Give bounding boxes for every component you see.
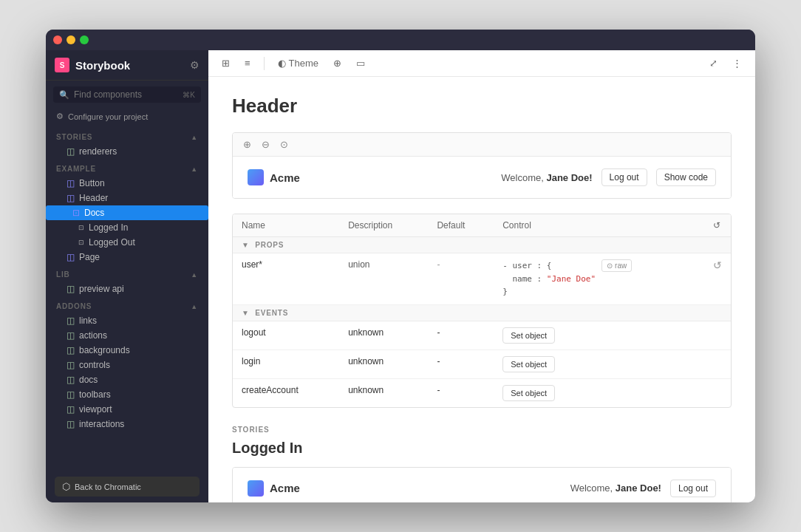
stories-logout-button[interactable]: Log out bbox=[670, 480, 716, 497]
theme-button[interactable]: ◐ Theme bbox=[273, 55, 323, 71]
prop-control-cell: Set object bbox=[494, 378, 704, 407]
col-name: Name bbox=[233, 214, 339, 237]
prop-control-cell: Set object bbox=[494, 321, 704, 349]
folder-icon: ◫ bbox=[67, 389, 75, 400]
props-chevron-icon[interactable]: ▼ bbox=[242, 241, 250, 249]
title-bar bbox=[46, 30, 755, 50]
sidebar-item-page[interactable]: ◫ Page bbox=[46, 250, 208, 265]
prop-default-cell: - bbox=[428, 321, 494, 349]
table-row: user* union - bbox=[233, 253, 731, 305]
prop-name-cell: createAccount bbox=[233, 378, 339, 407]
sidebar-item-controls[interactable]: ◫ controls bbox=[46, 358, 208, 372]
sidebar-item-logged-out[interactable]: ⊡ Logged Out bbox=[46, 235, 208, 250]
col-description: Description bbox=[339, 214, 428, 237]
code-value: - user : { name : "Jane Doe" } bbox=[502, 259, 596, 299]
sidebar-item-interactions[interactable]: ◫ interactions bbox=[46, 417, 208, 432]
props-table: Name Description Default Control ↺ bbox=[233, 214, 731, 407]
sidebar-header: S Storybook ⚙ bbox=[46, 50, 208, 81]
reset-cell bbox=[704, 349, 731, 378]
sidebar-item-links[interactable]: ◫ links bbox=[46, 313, 208, 328]
raw-button[interactable]: ⊙ raw bbox=[601, 259, 632, 272]
prop-description-cell: unknown bbox=[339, 321, 428, 349]
table-row: logout unknown - Set object bbox=[233, 321, 731, 349]
sidebar-section-stories: STORIES ▲ bbox=[46, 127, 208, 144]
expand-button[interactable]: ⤢ bbox=[705, 55, 722, 71]
preview-nav: Welcome, Jane Doe! Log out Show code bbox=[501, 168, 716, 186]
logout-button[interactable]: Log out bbox=[601, 168, 647, 186]
prop-default-cell: - bbox=[428, 253, 494, 305]
raw-icon: ⊙ bbox=[607, 262, 613, 270]
sidebar-item-docs-addon[interactable]: ◫ docs bbox=[46, 372, 208, 387]
story-title: Logged In bbox=[232, 440, 732, 457]
prop-name-cell: logout bbox=[233, 321, 339, 349]
toolbar-divider bbox=[264, 57, 265, 70]
list-view-button[interactable]: ≡ bbox=[240, 55, 255, 71]
col-default: Default bbox=[428, 214, 494, 237]
list-icon: ≡ bbox=[245, 58, 250, 69]
events-section-header: ▼ EVENTS bbox=[233, 304, 731, 321]
configure-icon: ⚙ bbox=[56, 112, 64, 121]
prop-default-cell: - bbox=[428, 378, 494, 407]
sidebar-item-backgrounds[interactable]: ◫ backgrounds bbox=[46, 343, 208, 358]
collapse-example-icon[interactable]: ▲ bbox=[191, 166, 198, 173]
close-button[interactable] bbox=[53, 35, 62, 44]
zoom-out-icon: ⊖ bbox=[262, 139, 270, 150]
acme-logo-stories: Acme bbox=[248, 480, 300, 497]
storybook-logo-icon: S bbox=[55, 58, 69, 72]
reset-all-icon[interactable]: ↺ bbox=[713, 220, 720, 231]
search-icon: 🔍 bbox=[59, 90, 69, 100]
sidebar-item-toolbars[interactable]: ◫ toolbars bbox=[46, 387, 208, 402]
folder-icon: ◫ bbox=[67, 316, 75, 326]
zoom-out-button[interactable]: ⊖ bbox=[259, 137, 273, 151]
prop-description-cell: unknown bbox=[339, 378, 428, 407]
code-control: - user : { name : "Jane Doe" } ⊙ raw bbox=[502, 259, 695, 299]
more-options-button[interactable]: ⋮ bbox=[728, 55, 746, 71]
settings-icon[interactable]: ⚙ bbox=[190, 59, 200, 71]
set-object-button-create[interactable]: Set object bbox=[502, 385, 555, 401]
reset-cell: ↺ bbox=[704, 253, 731, 305]
events-chevron-icon[interactable]: ▼ bbox=[242, 309, 250, 317]
folder-icon: ◫ bbox=[67, 404, 75, 415]
grid-view-button[interactable]: ⊞ bbox=[217, 55, 234, 71]
zoom-reset-button[interactable]: ⊙ bbox=[277, 137, 291, 151]
search-bar[interactable]: 🔍 ⌘K bbox=[53, 86, 201, 103]
collapse-lib-icon[interactable]: ▲ bbox=[191, 271, 198, 279]
acme-cube-icon bbox=[248, 169, 264, 185]
expand-icon: ⤢ bbox=[709, 58, 718, 69]
sidebar-item-viewport[interactable]: ◫ viewport bbox=[46, 402, 208, 417]
sidebar-section-lib: LIB ▲ bbox=[46, 265, 208, 282]
tablet-button[interactable]: ▭ bbox=[352, 55, 369, 71]
collapse-addons-icon[interactable]: ▲ bbox=[191, 303, 198, 310]
configure-project-link[interactable]: ⚙ Configure your project bbox=[46, 109, 208, 127]
sidebar-item-header[interactable]: ◫ Header bbox=[46, 191, 208, 205]
search-shortcut-icon: ⌘K bbox=[183, 91, 195, 99]
show-code-button[interactable]: Show code bbox=[656, 168, 716, 186]
back-to-chromatic-button[interactable]: ⬡ Back to Chromatic bbox=[55, 477, 200, 497]
reset-icon[interactable]: ↺ bbox=[713, 259, 722, 271]
maximize-button[interactable] bbox=[80, 35, 89, 44]
prop-description-cell: union bbox=[339, 253, 428, 305]
stories-section: STORIES Logged In Acme Welcome, Jan bbox=[232, 426, 732, 502]
sidebar-item-docs[interactable]: ⊡ Docs bbox=[46, 205, 208, 220]
collapse-stories-icon[interactable]: ▲ bbox=[191, 134, 198, 141]
sidebar-item-logged-in[interactable]: ⊡ Logged In bbox=[46, 220, 208, 235]
minimize-button[interactable] bbox=[67, 35, 75, 44]
page-title: Header bbox=[232, 95, 732, 117]
globe-button[interactable]: ⊕ bbox=[329, 55, 346, 71]
sidebar-section-addons: ADDONS ▲ bbox=[46, 296, 208, 313]
sidebar-section-example: EXAMPLE ▲ bbox=[46, 159, 208, 176]
docs-icon: ⊡ bbox=[72, 208, 80, 218]
sidebar: S Storybook ⚙ 🔍 ⌘K ⚙ Configure your proj… bbox=[46, 50, 208, 502]
zoom-in-button[interactable]: ⊕ bbox=[240, 137, 254, 151]
sidebar-item-actions[interactable]: ◫ actions bbox=[46, 328, 208, 343]
folder-icon: ◫ bbox=[67, 284, 75, 294]
set-object-button-login[interactable]: Set object bbox=[502, 356, 555, 372]
sidebar-item-button[interactable]: ◫ Button bbox=[46, 176, 208, 191]
globe-icon: ⊕ bbox=[333, 58, 341, 69]
sidebar-item-renderers[interactable]: ◫ renderers bbox=[46, 144, 208, 159]
set-object-button-logout[interactable]: Set object bbox=[502, 327, 555, 344]
search-input[interactable] bbox=[74, 89, 178, 100]
acme-logo: Acme bbox=[248, 169, 300, 185]
sidebar-item-preview-api[interactable]: ◫ preview api bbox=[46, 282, 208, 296]
prop-control-cell: - user : { name : "Jane Doe" } ⊙ raw bbox=[494, 253, 704, 305]
